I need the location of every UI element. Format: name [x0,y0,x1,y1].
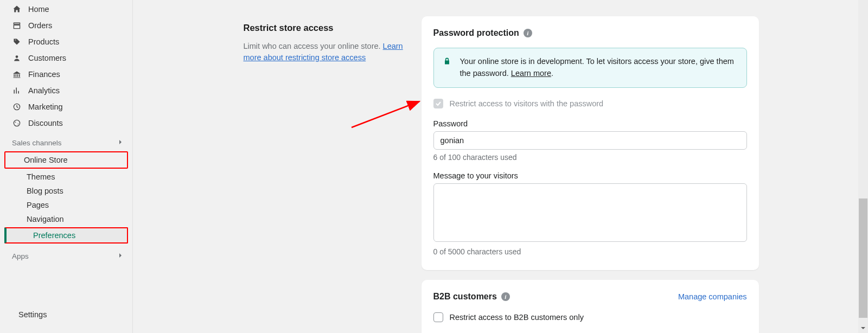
person-icon [12,53,22,63]
sidebar-item-label: Orders [28,21,52,30]
sidebar-sub-pages[interactable]: Pages [0,198,132,212]
sidebar-item-label: Finances [28,70,60,79]
sidebar-sub-label: Preferences [33,231,75,240]
sidebar-item-customers[interactable]: Customers [0,50,132,66]
password-input[interactable] [433,131,747,150]
sidebar-item-label: Settings [18,310,47,319]
sidebar-item-label: Customers [28,54,66,62]
sidebar-item-online-store[interactable]: Online Store [4,151,128,169]
banner-text: Your online store is in development. To … [460,57,734,78]
scrollbar-thumb[interactable] [859,198,867,318]
checkbox-label: Restrict access to B2B customers only [450,313,584,322]
chevron-right-icon[interactable] [117,252,124,260]
sidebar-sub-label: Pages [27,201,49,209]
development-banner: Your online store is in development. To … [433,48,747,88]
vertical-scrollbar[interactable] [858,0,868,333]
sidebar-item-orders[interactable]: Orders [0,17,132,34]
checkbox-label: Restrict access to visitors with the pas… [450,99,604,108]
tag-icon [12,37,22,47]
sales-channels-label: Sales channels [12,139,62,147]
sidebar-item-marketing[interactable]: Marketing [0,99,132,115]
restrict-visitors-checkbox-row: Restrict access to visitors with the pas… [433,99,747,108]
lock-icon [443,56,452,80]
sidebar-sub-navigation[interactable]: Navigation [0,212,132,226]
message-textarea[interactable] [433,183,747,242]
sidebar-item-label: Online Store [24,156,68,164]
sidebar-sub-label: Blog posts [27,187,63,195]
password-label: Password [433,119,747,128]
sidebar-item-settings[interactable]: Settings [0,307,133,322]
b2b-customers-card: B2B customers i Manage companies Restric… [422,280,759,334]
main-content: Restrict store access Limit who can acce… [133,0,868,333]
apps-heading[interactable]: Apps [0,245,132,264]
svg-point-1 [14,120,20,126]
restrict-visitors-checkbox[interactable] [433,99,443,108]
card-title: B2B customers [433,292,497,302]
sidebar-item-products[interactable]: Products [0,34,132,50]
sidebar-item-analytics[interactable]: Analytics [0,82,132,99]
sidebar-item-finances[interactable]: Finances [0,66,132,82]
info-icon[interactable]: i [524,29,532,37]
chevron-right-icon[interactable] [117,139,124,147]
sidebar-sub-label: Themes [27,172,55,181]
bank-icon [12,69,22,79]
section-description: Limit who can access your online store. [244,42,383,50]
sidebar-item-label: Marketing [28,103,63,111]
analytics-icon [12,86,22,95]
orders-icon [12,21,22,30]
apps-label: Apps [12,252,29,260]
info-icon[interactable]: i [501,292,510,301]
sales-channels-heading: Sales channels [0,131,132,150]
sidebar-item-discounts[interactable]: Discounts [0,115,132,131]
card-title: Password protection [433,28,519,38]
sidebar: Home Orders Products Customers Finances … [0,0,133,333]
sidebar-item-label: Discounts [28,119,63,127]
sidebar-item-label: Analytics [28,86,60,95]
sidebar-sub-themes[interactable]: Themes [0,170,132,184]
banner-suffix: . [551,69,553,78]
manage-companies-link[interactable]: Manage companies [678,292,747,301]
sidebar-sub-blog-posts[interactable]: Blog posts [0,184,132,198]
password-protection-card: Password protection i Your online store … [422,16,759,270]
password-hint: 6 of 100 characters used [433,153,747,162]
message-hint: 0 of 5000 characters used [433,247,747,256]
sidebar-item-label: Home [28,5,49,14]
sidebar-item-label: Products [28,37,59,46]
target-icon [12,102,22,112]
message-label: Message to your visitors [433,171,747,180]
sidebar-sub-preferences[interactable]: Preferences [4,227,128,244]
b2b-restrict-checkbox[interactable] [433,312,443,322]
discount-icon [12,118,22,128]
restrict-access-summary: Restrict store access Limit who can acce… [240,16,409,63]
sidebar-sub-label: Navigation [27,215,64,223]
scrollbar-down-icon[interactable] [858,323,868,333]
home-icon [12,4,22,14]
section-title: Restrict store access [244,23,409,33]
sidebar-item-home[interactable]: Home [0,1,132,17]
banner-learn-more-link[interactable]: Learn more [511,69,551,78]
